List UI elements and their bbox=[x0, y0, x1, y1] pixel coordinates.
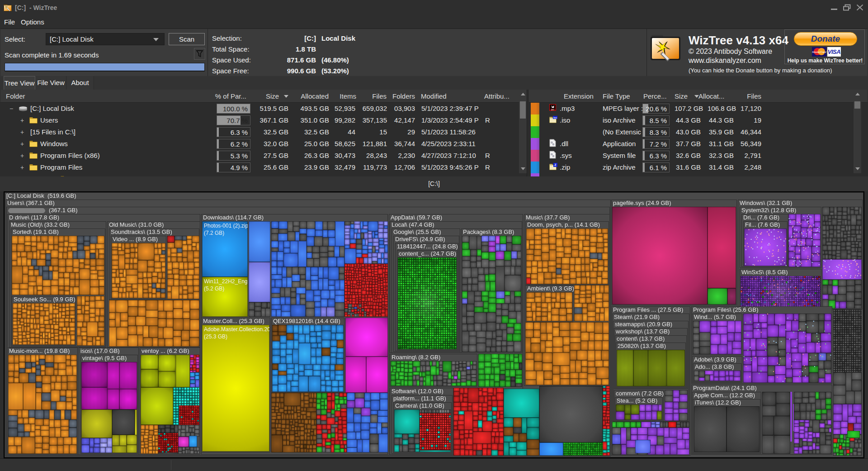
svg-text:iso: iso bbox=[553, 116, 557, 119]
svg-text:MP3: MP3 bbox=[551, 109, 554, 111]
svg-text:Z: Z bbox=[554, 163, 557, 167]
svg-text:MasterCard: MasterCard bbox=[812, 51, 826, 53]
